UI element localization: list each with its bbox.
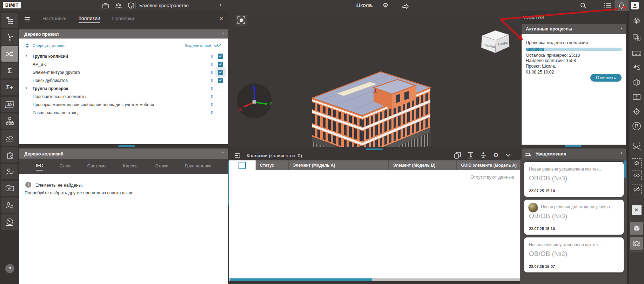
- clash-detection-icon[interactable]: [1, 46, 18, 62]
- distribute-icon[interactable]: [481, 152, 486, 159]
- tab-checks[interactable]: Проверки: [112, 16, 134, 23]
- rule-checkbox[interactable]: [218, 54, 223, 59]
- section-cube-icon[interactable]: [630, 76, 643, 89]
- sum-add-icon[interactable]: Σ+: [1, 80, 18, 95]
- panel-drag-handle[interactable]: [565, 145, 582, 147]
- briefcase-icon[interactable]: [102, 2, 109, 9]
- chevron-down-icon[interactable]: [26, 54, 27, 57]
- column-guid-a[interactable]: GUID элемента (Модель A): [457, 160, 520, 170]
- pin-branch-icon[interactable]: [1, 29, 18, 45]
- rule-checkbox[interactable]: [218, 94, 223, 99]
- rule-checkbox[interactable]: [218, 62, 223, 67]
- close-icon[interactable]: [219, 15, 223, 22]
- clear-selection-icon[interactable]: ×: [630, 204, 643, 216]
- gear-icon[interactable]: ⚙: [383, 1, 388, 9]
- focus-selection-button[interactable]: [236, 15, 247, 26]
- horizontal-scrollbar[interactable]: [229, 278, 520, 281]
- tab-groupings[interactable]: Группировки: [185, 163, 212, 170]
- tree-row[interactable]: Поиск дубликатов 0: [19, 77, 228, 85]
- rules-tree-header[interactable]: Дерево правил: [19, 29, 228, 39]
- tree-row[interactable]: Проверка минимальной свободной площади с…: [19, 101, 228, 109]
- team-icon[interactable]: [115, 2, 122, 9]
- align-vertical-icon[interactable]: [468, 152, 474, 159]
- measure-points-icon[interactable]: 12: [630, 141, 643, 153]
- axis-gizmo[interactable]: Z X Y: [236, 83, 273, 119]
- tab-settings[interactable]: Настройки: [42, 16, 67, 23]
- gear-icon[interactable]: ⚙: [493, 151, 499, 159]
- navigation-cube[interactable]: Справа Сзади: [479, 27, 512, 55]
- scrollbar-thumb[interactable]: [230, 278, 372, 281]
- app-logo[interactable]: BiMiT: [3, 2, 21, 8]
- chevron-down-icon[interactable]: [506, 154, 511, 157]
- tree-row[interactable]: АР_ВК 0: [19, 61, 228, 69]
- collisions-tree-header[interactable]: Дерево коллизий: [19, 148, 228, 159]
- tree-row[interactable]: Группа коллизий 0: [19, 53, 228, 61]
- notification-card[interactable]: Новая ревизия установлена как тек… ОВ/ОВ…: [524, 162, 624, 197]
- floor-plan-icon[interactable]: [630, 91, 643, 103]
- tab-collisions[interactable]: Коллизии: [79, 15, 100, 23]
- 3d-viewport[interactable]: Z X Y Справа Сзади: [228, 11, 520, 147]
- isolate-cube-icon[interactable]: [630, 157, 643, 169]
- tab-layers[interactable]: Слои: [60, 163, 71, 170]
- chevron-down-icon[interactable]: [222, 151, 224, 154]
- collapse-tree-link[interactable]: Свернуть дерево: [33, 43, 66, 48]
- column-element-b[interactable]: Элемент (Модель B): [389, 160, 457, 170]
- chevron-down-icon[interactable]: [620, 152, 622, 155]
- show-eye-icon[interactable]: [630, 169, 643, 182]
- plugins-icon[interactable]: [1, 147, 18, 162]
- chevron-down-icon[interactable]: [220, 4, 221, 7]
- workspace-selector[interactable]: Базовое пространство: [139, 3, 189, 8]
- vertical-scrollbar[interactable]: [624, 160, 626, 178]
- notifications-bell-button[interactable]: [615, 0, 629, 11]
- cancel-button[interactable]: Отменить: [590, 74, 622, 82]
- ruler-icon[interactable]: [630, 47, 643, 60]
- hide-eye-icon[interactable]: [630, 183, 643, 196]
- structure-tree-icon[interactable]: [1, 13, 18, 28]
- rule-checkbox[interactable]: [218, 70, 223, 75]
- collapse-tree-icon[interactable]: [26, 43, 29, 48]
- panel-drag-handle[interactable]: [118, 145, 135, 147]
- panel-drag-handle[interactable]: [366, 148, 383, 150]
- sum-icon[interactable]: Σ: [1, 63, 18, 78]
- column-element-a[interactable]: Элемент (Модель A): [289, 160, 389, 170]
- tab-systems[interactable]: Системы: [87, 163, 106, 170]
- tree-row[interactable]: Группа проверок 0: [19, 85, 228, 93]
- target-icon[interactable]: [630, 105, 643, 118]
- tab-floors[interactable]: Этажи: [155, 163, 168, 170]
- rule-checkbox[interactable]: [218, 110, 223, 115]
- notification-card[interactable]: Новая ревизия установлена как тек… ОВ/ОВ…: [524, 237, 624, 272]
- table-menu-icon[interactable]: [235, 153, 241, 158]
- search-icon[interactable]: [580, 2, 587, 9]
- rule-checkbox[interactable]: [218, 86, 223, 91]
- help-button[interactable]: ?: [5, 264, 14, 273]
- rule-checkbox[interactable]: [218, 102, 223, 107]
- tree-row[interactable]: Подозрительные элементы 0: [19, 93, 228, 101]
- orbit-icon[interactable]: [630, 237, 643, 250]
- selection-shapes-icon[interactable]: [630, 31, 643, 44]
- panel-menu-icon[interactable]: [24, 17, 31, 22]
- select-all-link[interactable]: Выделить всё: [185, 43, 211, 48]
- view-cube-icon[interactable]: [630, 222, 643, 235]
- notifications-header[interactable]: Уведомления: [522, 148, 626, 159]
- flag-icon[interactable]: [630, 120, 643, 132]
- building-model[interactable]: [307, 60, 437, 147]
- account-button[interactable]: [631, 2, 639, 9]
- double-check-icon[interactable]: [214, 43, 222, 48]
- notifications-menu-icon[interactable]: [525, 151, 531, 157]
- tree-row[interactable]: Элемент внтури другого 0: [19, 69, 228, 77]
- dashboard-icon[interactable]: [1, 214, 18, 230]
- tree-row[interactable]: Расчет марша лестниц 0: [19, 109, 228, 117]
- charts-icon[interactable]: [1, 130, 18, 146]
- chevron-down-icon[interactable]: [620, 27, 622, 30]
- user-approve-icon[interactable]: [1, 164, 18, 179]
- chevron-down-icon[interactable]: [26, 86, 27, 90]
- copy-icon[interactable]: [454, 152, 461, 159]
- rule-checkbox[interactable]: [218, 78, 223, 83]
- select-all-checkbox[interactable]: [239, 162, 246, 169]
- 2d-view-icon[interactable]: 2D: [1, 97, 18, 112]
- active-processes-header[interactable]: Активные процессы: [522, 24, 626, 34]
- task-list-icon[interactable]: [604, 2, 611, 8]
- chevron-down-icon[interactable]: [222, 32, 224, 35]
- notification-card[interactable]: Новая ревизия для модели успешн… ОВ/ОВ (…: [524, 200, 624, 235]
- user-location-icon[interactable]: [1, 198, 18, 213]
